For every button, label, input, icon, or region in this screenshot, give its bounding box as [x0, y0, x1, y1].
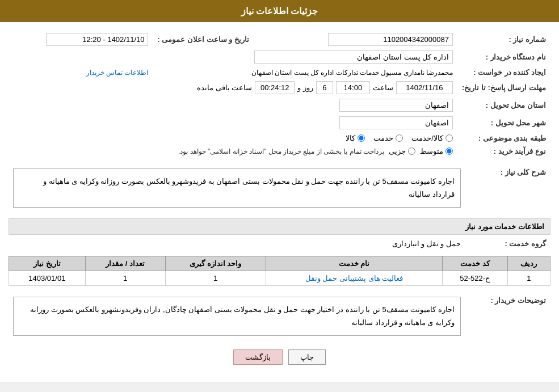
- radio-motavaset-input[interactable]: [445, 147, 453, 155]
- value-announcement: 1402/11/10 - 12:20: [9, 31, 153, 48]
- buyer-desc-box: اجاره کامیونت مسقف5 تن با راننده در اختی…: [13, 297, 461, 336]
- announcement-box: 1402/11/10 - 12:20: [46, 33, 148, 46]
- deadline-date: 1402/11/16: [396, 81, 453, 94]
- value-creator: محمدرضا نامداری مسیول خدمات تدارکات ادار…: [153, 66, 457, 79]
- creator-text: محمدرضا نامداری مسیول خدمات تدارکات ادار…: [251, 69, 453, 77]
- row-need-desc: شرح کلی نیاز : اجاره کامیونت مسقف5 تن با…: [9, 163, 550, 213]
- value-buyer-desc: اجاره کامیونت مسقف5 تن با راننده در اختی…: [9, 292, 465, 341]
- cell-code: ح-522-52: [442, 271, 507, 285]
- label-creator: ایجاد کننده در خواست :: [457, 66, 550, 79]
- cell-date: 1403/01/01: [9, 271, 86, 285]
- th-unit: واحد اندازه گیری: [165, 256, 266, 271]
- row-creator: ایجاد کننده در خواست : محمدرضا نامداری م…: [9, 66, 550, 79]
- row-service-group: گروه خدمت : حمل و نقل و انبارداری: [9, 237, 550, 250]
- service-link[interactable]: فعالیت های پشتیبانی حمل ونقل: [305, 274, 403, 283]
- value-buyer-org: اداره کل پست استان اصفهان: [9, 48, 457, 66]
- th-code: کد خدمت: [442, 256, 507, 271]
- label-need-desc: شرح کلی نیاز :: [465, 163, 550, 213]
- label-city: شهر محل تحویل :: [457, 114, 550, 132]
- value-deadline: 1402/11/16 ساعت 14:00 6 روز و 00:24:12 س…: [9, 79, 457, 96]
- services-table: ردیف کد خدمت نام خدمت واحد اندازه گیری ت…: [9, 256, 550, 286]
- province-box: اصفهان: [339, 99, 453, 112]
- deadline-days: 6: [316, 81, 333, 94]
- process-note: پرداخت تمام یا بخشی از مبلغ خریداز محل "…: [178, 147, 384, 155]
- page-title: جزئیات اطلاعات نیاز: [241, 6, 318, 16]
- radio-jozi[interactable]: جزیی: [389, 147, 415, 155]
- value-process-type: متوسط جزیی پرداخت تمام یا بخشی از مبلغ خ…: [9, 145, 457, 158]
- th-date: تاریخ نیاز: [9, 256, 86, 271]
- row-process-type: نوع فرآیند خرید : متوسط جزیی پرداخت تمام…: [9, 145, 550, 158]
- label-need-number: شماره نیاز :: [457, 31, 550, 48]
- buyer-desc-table: توضیحات خریدار : اجاره کامیونت مسقف5 تن …: [9, 292, 550, 341]
- table-row: 1 ح-522-52 فعالیت های پشتیبانی حمل ونقل …: [9, 271, 550, 285]
- radio-motavaset-label: متوسط: [420, 147, 443, 155]
- label-deadline: مهلت ارسال پاسخ: تا تاریخ:: [457, 79, 550, 96]
- radio-khedmat[interactable]: خدمت: [373, 134, 403, 142]
- back-button[interactable]: بازگشت: [233, 349, 283, 365]
- row-need-number: شماره نیاز : 1102004342000087 تاریخ و سا…: [9, 31, 550, 48]
- remaining-time-box: 00:24:12: [255, 81, 295, 94]
- cell-quantity: 1: [85, 271, 165, 285]
- radio-khedmat-label: خدمت: [373, 134, 393, 142]
- radio-kala-khedmat-input[interactable]: [445, 134, 453, 142]
- radio-kala-input[interactable]: [358, 134, 365, 142]
- info-table: شماره نیاز : 1102004342000087 تاریخ و سا…: [9, 31, 550, 158]
- radio-khedmat-input[interactable]: [396, 134, 403, 142]
- radio-motavaset[interactable]: متوسط: [420, 147, 453, 155]
- deadline-time: 14:00: [336, 81, 370, 94]
- row-buyer-desc: توضیحات خریدار : اجاره کامیونت مسقف5 تن …: [9, 292, 550, 341]
- th-quantity: تعداد / مقدار: [85, 256, 165, 271]
- buyer-desc-text: اجاره کامیونت مسقف5 تن با راننده در اختی…: [30, 305, 455, 327]
- contact-link-cell[interactable]: اطلاعات تماس خریدار: [9, 66, 153, 79]
- label-category: طبقه بندی موضوعی :: [457, 132, 550, 145]
- row-province: استان محل تحویل : اصفهان: [9, 96, 550, 114]
- cell-row: 1: [507, 271, 550, 285]
- value-province: اصفهان: [9, 96, 457, 114]
- radio-kala-khedmat-label: کالا/خدمت: [411, 134, 443, 142]
- radio-kala[interactable]: کالا: [346, 134, 365, 142]
- value-category: کالا/خدمت خدمت کالا: [9, 132, 457, 145]
- services-table-header-row: ردیف کد خدمت نام خدمت واحد اندازه گیری ت…: [9, 256, 550, 271]
- need-desc-text: اجاره کامیونت مسقف5 تن با راننده جهت حمل…: [43, 177, 455, 199]
- value-need-number: 1102004342000087: [283, 31, 457, 48]
- label-service-group: گروه خدمت :: [465, 237, 550, 250]
- need-number-box: 1102004342000087: [328, 33, 453, 46]
- need-desc-box: اجاره کامیونت مسقف5 تن با راننده جهت حمل…: [13, 168, 461, 208]
- th-name: نام خدمت: [266, 256, 443, 271]
- service-group-value: حمل و نقل و انبارداری: [392, 239, 461, 248]
- remaining-label: ساعت باقی مانده: [197, 83, 252, 92]
- cell-unit: 1: [165, 271, 266, 285]
- row-buyer-org: نام دستگاه خریدار : اداره کل پست استان ا…: [9, 48, 550, 66]
- days-label: روز و: [297, 83, 313, 92]
- value-service-group: حمل و نقل و انبارداری: [9, 237, 465, 250]
- label-time: ساعت: [373, 83, 393, 92]
- label-buyer-desc: توضیحات خریدار :: [465, 292, 550, 341]
- label-buyer-org: نام دستگاه خریدار :: [457, 48, 550, 66]
- page-header: جزئیات اطلاعات نیاز: [0, 0, 559, 22]
- value-need-desc: اجاره کامیونت مسقف5 تن با راننده جهت حمل…: [9, 163, 465, 213]
- services-section-header: اطلاعات خدمات مورد نیاز: [9, 218, 550, 235]
- row-city: شهر محل تحویل : اصفهان: [9, 114, 550, 132]
- row-category: طبقه بندی موضوعی : کالا/خدمت خدمت: [9, 132, 550, 145]
- radio-jozi-input[interactable]: [408, 147, 415, 155]
- city-box: اصفهان: [339, 116, 453, 129]
- buyer-org-box: اداره کل پست استان اصفهان: [254, 50, 453, 64]
- print-button[interactable]: چاپ: [288, 349, 326, 365]
- radio-kala-label: کالا: [346, 134, 355, 142]
- contact-link[interactable]: اطلاعات تماس خریدار: [86, 69, 149, 77]
- th-row: ردیف: [507, 256, 550, 271]
- button-row: چاپ بازگشت: [9, 349, 550, 365]
- label-province: استان محل تحویل :: [457, 96, 550, 114]
- radio-jozi-label: جزیی: [389, 147, 406, 155]
- cell-name[interactable]: فعالیت های پشتیبانی حمل ونقل: [266, 271, 443, 285]
- service-group-table: گروه خدمت : حمل و نقل و انبارداری: [9, 237, 550, 250]
- label-process-type: نوع فرآیند خرید :: [457, 145, 550, 158]
- need-desc-table: شرح کلی نیاز : اجاره کامیونت مسقف5 تن با…: [9, 163, 550, 213]
- value-city: اصفهان: [9, 114, 457, 132]
- row-deadline: مهلت ارسال پاسخ: تا تاریخ: 1402/11/16 سا…: [9, 79, 550, 96]
- radio-kala-khedmat[interactable]: کالا/خدمت: [411, 134, 453, 142]
- label-announcement: تاریخ و ساعت اعلان عمومی :: [153, 31, 266, 48]
